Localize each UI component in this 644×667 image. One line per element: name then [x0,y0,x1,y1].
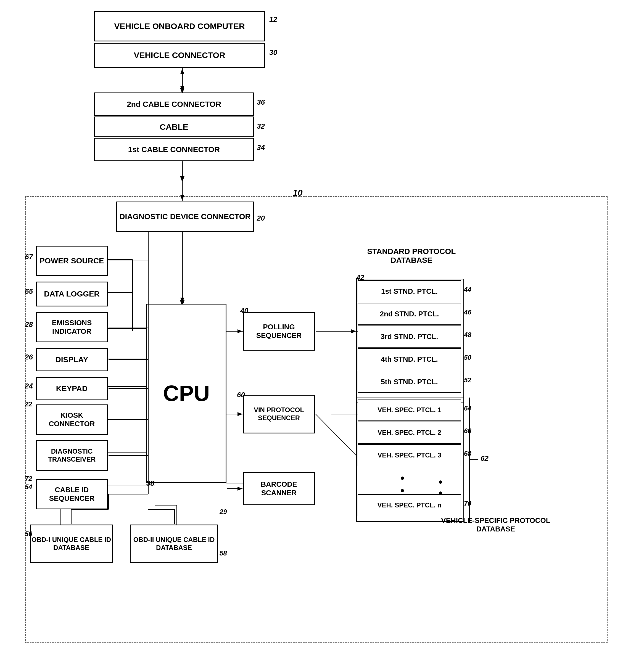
emissions-indicator-label: EMISSIONS INDICATOR [37,319,107,336]
veh-ptcl-3-label: VEH. SPEC. PTCL. 3 [377,451,441,459]
ref-50: 50 [464,354,471,361]
vehicle-connector-box: VEHICLE CONNECTOR [94,43,265,68]
system-border [25,196,608,643]
ref-28: 28 [25,320,33,329]
keypad-label: KEYPAD [56,384,88,393]
kiosk-connector-box: KIOSK CONNECTOR [36,404,108,435]
power-source-label: POWER SOURCE [39,256,104,265]
cable-id-sequencer-box: CABLE ID SEQUENCER [36,479,108,509]
ref-54: 54 [25,483,32,491]
cable-label: CABLE [160,122,188,132]
cpu-box: CPU [146,304,226,483]
ref-64: 64 [464,404,471,412]
std-ptcl-5-box: 5th STND. PTCL. [358,371,461,393]
diagram: • • • VEHICLE ONBOARD COMPUTER 12 VEHICL… [0,0,644,667]
std-ptcl-3-box: 3rd STND. PTCL. [358,325,461,347]
ref-48: 48 [464,331,471,339]
obd1-database-box: OBD-I UNIQUE CABLE ID DATABASE [30,524,113,563]
std-ptcl-2-label: 2nd STND. PTCL. [380,310,439,318]
ref-67: 67 [25,253,33,261]
svg-marker-37 [180,86,184,92]
ref-38: 38 [146,479,155,488]
svg-marker-36 [180,68,184,74]
ref-44: 44 [464,286,471,293]
ref-65: 65 [25,287,33,296]
polling-sequencer-box: POLLING SEQUENCER [243,312,315,351]
diagnostic-device-connector-box: DIAGNOSTIC DEVICE CONNECTOR [116,201,254,232]
ref-29: 29 [220,508,227,516]
veh-ptcl-2-box: VEH. SPEC. PTCL. 2 [358,422,461,444]
ref-36: 36 [257,98,265,107]
svg-marker-3 [180,176,184,182]
veh-ptcl-n-box: VEH. SPEC. PTCL. n [358,494,461,516]
1st-cable-connector-box: 1st CABLE CONNECTOR [94,138,254,161]
ref-62-label: 62 [481,454,488,463]
ref-20: 20 [257,214,265,223]
ref-32: 32 [257,122,265,131]
ref-34: 34 [257,143,265,152]
keypad-box: KEYPAD [36,377,108,400]
ref-30: 30 [269,48,277,57]
diagnostic-transceiver-label: DIAGNOSTIC TRANSCEIVER [37,448,107,463]
ref-22: 22 [25,400,32,408]
std-ptcl-1-box: 1st STND. PTCL. [358,280,461,302]
veh-ptcl-1-label: VEH. SPEC. PTCL. 1 [377,406,441,414]
standard-protocol-db-title: STANDARD PROTOCOL DATABASE [359,247,464,265]
vin-protocol-sequencer-box: VIN PROTOCOL SEQUENCER [243,395,315,434]
vin-protocol-sequencer-label: VIN PROTOCOL SEQUENCER [244,406,314,422]
data-logger-box: DATA LOGGER [36,281,108,306]
ref-26: 26 [25,353,33,361]
data-logger-label: DATA LOGGER [44,289,100,299]
std-ptcl-5-label: 5th STND. PTCL. [381,378,438,386]
obd2-database-box: OBD-II UNIQUE CABLE ID DATABASE [130,524,218,563]
power-source-box: POWER SOURCE [36,246,108,276]
1st-cable-connector-label: 1st CABLE CONNECTOR [128,145,220,154]
ref-12: 12 [269,15,277,24]
2nd-cable-connector-box: 2nd CABLE CONNECTOR [94,93,254,116]
ref-66: 66 [464,427,471,435]
display-box: DISPLAY [36,348,108,371]
barcode-scanner-box: BARCODE SCANNER [243,472,315,505]
std-ptcl-3-label: 3rd STND. PTCL. [381,332,438,341]
vehicle-connector-label: VEHICLE CONNECTOR [134,50,225,60]
std-ptcl-4-box: 4th STND. PTCL. [358,348,461,370]
cpu-label: CPU [163,380,210,407]
veh-ptcl-3-box: VEH. SPEC. PTCL. 3 [358,444,461,466]
kiosk-connector-label: KIOSK CONNECTOR [37,411,107,428]
vehicle-onboard-computer-box: VEHICLE ONBOARD COMPUTER [94,11,265,42]
vehicle-onboard-computer-label: VEHICLE ONBOARD COMPUTER [114,21,245,31]
ref-58: 58 [220,549,227,557]
polling-sequencer-label: POLLING SEQUENCER [244,323,314,340]
ref-70: 70 [464,500,471,507]
obd2-database-label: OBD-II UNIQUE CABLE ID DATABASE [131,536,218,552]
display-label: DISPLAY [55,355,88,364]
std-ptcl-4-label: 4th STND. PTCL. [381,355,438,363]
veh-ptcl-1-box: VEH. SPEC. PTCL. 1 [358,399,461,421]
ref-40: 40 [240,306,248,315]
diagnostic-transceiver-box: DIAGNOSTIC TRANSCEIVER [36,440,108,471]
ref-68: 68 [464,450,471,457]
cable-id-sequencer-label: CABLE ID SEQUENCER [37,486,107,503]
obd1-database-label: OBD-I UNIQUE CABLE ID DATABASE [31,536,112,552]
ref-46: 46 [464,308,471,316]
ref-24: 24 [25,382,33,390]
std-ptcl-1-label: 1st STND. PTCL. [381,287,438,296]
2nd-cable-connector-label: 2nd CABLE CONNECTOR [127,100,221,109]
veh-ptcl-2-label: VEH. SPEC. PTCL. 2 [377,429,441,437]
barcode-scanner-label: BARCODE SCANNER [244,480,314,497]
emissions-indicator-box: EMISSIONS INDICATOR [36,312,108,342]
cable-box: CABLE [94,116,254,137]
ref-60: 60 [237,391,245,399]
ref-52: 52 [464,376,471,384]
std-ptcl-2-box: 2nd STND. PTCL. [358,303,461,325]
ref-72: 72 [25,475,32,483]
diagnostic-device-connector-label: DIAGNOSTIC DEVICE CONNECTOR [119,212,251,222]
ref-56: 56 [25,530,32,538]
veh-ptcl-n-label: VEH. SPEC. PTCL. n [377,501,441,509]
